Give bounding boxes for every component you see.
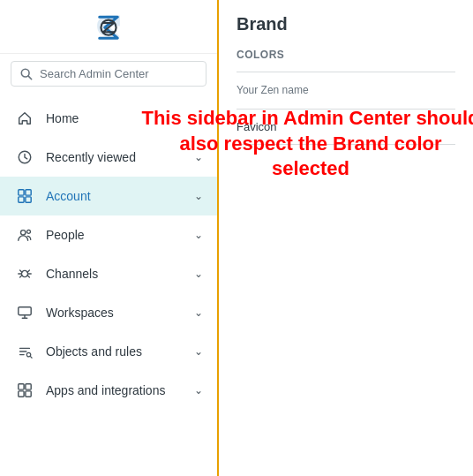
apps-icon	[14, 380, 35, 401]
divider-3	[236, 144, 455, 145]
sidebar-item-people[interactable]: People ⌄	[0, 215, 217, 254]
favicon-label: Favicon	[236, 120, 455, 133]
workspaces-chevron-icon: ⌄	[194, 306, 203, 319]
people-icon	[14, 224, 35, 246]
sidebar-logo	[0, 0, 217, 54]
sidebar-item-account[interactable]: Account ⌄	[0, 177, 217, 215]
field-hint: Your Zen name	[236, 83, 455, 98]
workspaces-icon	[14, 302, 35, 323]
apps-chevron-icon: ⌄	[194, 384, 203, 397]
svg-rect-15	[26, 384, 31, 389]
sidebar-item-people-label: People	[46, 228, 194, 242]
channels-icon	[14, 263, 35, 284]
search-icon	[20, 68, 33, 80]
sidebar-item-objects-and-rules-label: Objects and rules	[46, 344, 194, 359]
sidebar: Home Recently viewed ⌄	[0, 0, 219, 476]
account-grid-icon	[14, 185, 35, 207]
sidebar-item-apps-and-integrations[interactable]: Apps and integrations ⌄	[0, 371, 217, 410]
account-chevron-icon: ⌄	[194, 190, 203, 202]
svg-rect-14	[19, 384, 24, 389]
main-content: Brand Colors This sidebar in Admin Cente…	[219, 0, 473, 476]
svg-rect-4	[19, 190, 24, 195]
svg-rect-5	[26, 190, 31, 195]
svg-point-9	[27, 230, 31, 233]
svg-rect-17	[26, 391, 31, 397]
svg-point-8	[21, 230, 26, 235]
sidebar-item-workspaces-label: Workspaces	[46, 306, 194, 320]
divider-1	[236, 72, 455, 72]
sidebar-item-channels-label: Channels	[46, 267, 194, 281]
svg-rect-6	[19, 197, 24, 202]
clock-icon	[14, 147, 35, 168]
sidebar-item-apps-integrations-label: Apps and integrations	[46, 383, 194, 397]
svg-rect-10	[19, 307, 31, 315]
home-icon	[14, 108, 35, 129]
objects-icon	[14, 341, 35, 362]
sidebar-nav: Home Recently viewed ⌄	[0, 94, 217, 476]
svg-rect-16	[19, 391, 24, 397]
sidebar-item-channels[interactable]: Channels ⌄	[0, 254, 217, 293]
zendesk-logo-icon	[89, 12, 128, 44]
sidebar-item-workspaces[interactable]: Workspaces ⌄	[0, 293, 217, 332]
search-input[interactable]	[40, 67, 197, 80]
sidebar-item-home-label: Home	[46, 111, 203, 125]
brand-title: Brand	[236, 14, 455, 34]
sidebar-item-recently-viewed-label: Recently viewed	[46, 150, 194, 164]
sidebar-item-objects-and-rules[interactable]: Objects and rules ⌄	[0, 332, 217, 371]
objects-chevron-icon: ⌄	[194, 345, 203, 358]
recently-viewed-chevron-icon: ⌄	[194, 151, 203, 163]
svg-rect-7	[26, 197, 31, 202]
people-chevron-icon: ⌄	[194, 229, 203, 241]
search-box[interactable]	[11, 61, 206, 87]
search-container	[0, 54, 217, 94]
svg-line-2	[28, 75, 32, 79]
divider-2	[236, 109, 455, 110]
sidebar-item-account-label: Account	[46, 189, 194, 203]
sidebar-item-recently-viewed[interactable]: Recently viewed ⌄	[0, 138, 217, 177]
sidebar-item-home[interactable]: Home	[0, 99, 217, 138]
channels-chevron-icon: ⌄	[194, 268, 203, 280]
colors-label: Colors	[236, 49, 455, 61]
